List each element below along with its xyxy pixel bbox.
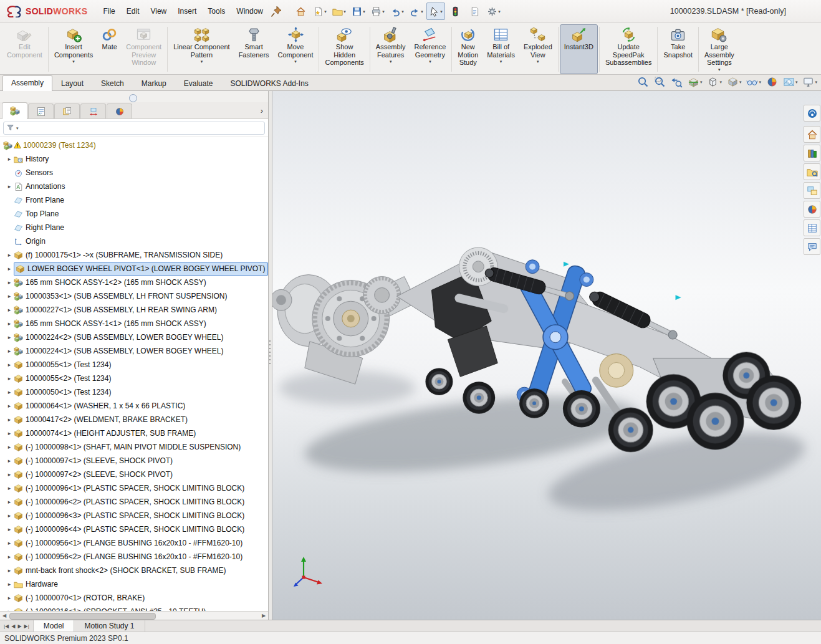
open-button[interactable]: ▾ xyxy=(330,2,348,20)
dropdown-arrow-icon[interactable]: ▾ xyxy=(72,59,75,64)
panel-tab-configurationmanager[interactable] xyxy=(54,103,80,118)
solidworks-resources-button[interactable] xyxy=(804,126,820,143)
dropdown-arrow-icon[interactable]: ▾ xyxy=(815,80,817,84)
print-button[interactable]: ▾ xyxy=(368,2,387,20)
dropdown-arrow-icon[interactable]: ▾ xyxy=(324,9,327,14)
rebuild-button[interactable] xyxy=(446,2,464,20)
expand-arrow-icon[interactable]: ▸ xyxy=(5,320,14,327)
expand-arrow-icon[interactable]: ▸ xyxy=(5,334,14,340)
move-component-button[interactable]: Move Component▾ xyxy=(274,24,318,74)
instant3d-button[interactable]: Instant3D xyxy=(560,24,598,74)
tree-filter-input[interactable]: ▾ xyxy=(3,122,265,135)
show-hidden-components-button[interactable]: Show Hidden Components xyxy=(320,24,368,74)
tree-root-item[interactable]: 10000239 (Test 1234) xyxy=(0,138,268,152)
tree-item[interactable]: ▸Annotations xyxy=(0,180,268,193)
design-library-button[interactable] xyxy=(804,145,820,161)
mate-button[interactable]: Mate xyxy=(97,24,122,74)
panel-expand-icon[interactable]: › xyxy=(261,106,263,115)
dropdown-arrow-icon[interactable]: ▾ xyxy=(537,59,539,64)
select-button[interactable]: ▾ xyxy=(426,2,445,20)
tab-layout[interactable]: Layout xyxy=(52,76,92,90)
tree-item[interactable]: ▸(-) 10000096<2> (PLASTIC SPACER, SHOCK … xyxy=(0,495,268,509)
expand-arrow-icon[interactable]: ▸ xyxy=(5,430,14,436)
expand-arrow-icon[interactable]: ▸ xyxy=(5,444,14,450)
menu-file[interactable]: File xyxy=(97,4,120,18)
tab-markup[interactable]: Markup xyxy=(133,76,175,90)
dropdown-arrow-icon[interactable]: ▾ xyxy=(498,9,501,14)
expand-arrow-icon[interactable]: ▸ xyxy=(5,471,14,478)
menu-edit[interactable]: Edit xyxy=(121,4,145,18)
expand-arrow-icon[interactable]: ▸ xyxy=(5,307,14,313)
tree-item[interactable]: ▸(f) 10000175<1> ->x (SUBFRAME, TRANSMIS… xyxy=(0,248,268,262)
zoom-fit-button[interactable] xyxy=(636,75,650,89)
new-document-button[interactable]: ▾ xyxy=(310,2,329,20)
tree-item[interactable]: ▸(-) 10000956<1> (FLANGE BUSHING 16x20x1… xyxy=(0,536,268,550)
view-settings-button[interactable]: ▾ xyxy=(801,75,819,89)
scrollbar-thumb[interactable] xyxy=(9,613,156,620)
dropdown-arrow-icon[interactable]: ▾ xyxy=(500,59,502,64)
scroll-left-icon[interactable]: ◀ xyxy=(0,613,9,618)
dropdown-arrow-icon[interactable]: ▾ xyxy=(700,80,703,84)
display-style-button[interactable]: ▾ xyxy=(726,75,743,89)
tree-item[interactable]: ▸(-) 10000956<2> (FLANGE BUSHING 16x20x1… xyxy=(0,550,268,564)
menu-view[interactable]: View xyxy=(145,4,172,18)
expand-arrow-icon[interactable]: ▸ xyxy=(5,389,14,395)
undo-button[interactable]: ▾ xyxy=(388,2,406,20)
3dexperience-button[interactable] xyxy=(804,105,820,122)
expand-arrow-icon[interactable]: ▸ xyxy=(5,554,14,560)
expand-arrow-icon[interactable]: ▸ xyxy=(5,279,14,286)
dropdown-arrow-icon[interactable]: ▾ xyxy=(795,80,798,84)
expand-arrow-icon[interactable]: ▸ xyxy=(5,595,14,601)
tree-item[interactable]: ▸10000417<2> (WELDMENT, BRAKE BRACKET) xyxy=(0,413,268,426)
file-properties-button[interactable] xyxy=(465,2,484,20)
tree-item[interactable]: ▸mnt-back front shock<2> (SHOCK BRACKET,… xyxy=(0,564,268,577)
last-tab-icon[interactable]: ▶| xyxy=(24,623,29,629)
panel-collapse-handle[interactable] xyxy=(129,94,137,102)
scroll-right-icon[interactable]: ▶ xyxy=(259,613,268,618)
update-speedpak-subassemblies-button[interactable]: Update SpeedPak Subassemblies xyxy=(601,24,656,74)
tree-item[interactable]: ▸10000055<1> (Test 1234) xyxy=(0,358,268,372)
panel-tab-dimxpertmanager[interactable] xyxy=(80,103,106,118)
tab-solidworks-add-ins[interactable]: SOLIDWORKS Add-Ins xyxy=(221,76,317,90)
dropdown-arrow-icon[interactable]: ▾ xyxy=(363,9,365,14)
first-tab-icon[interactable]: |◀ xyxy=(4,623,9,629)
new-motion-study-button[interactable]: New Motion Study xyxy=(453,24,483,74)
dropdown-arrow-icon[interactable]: ▾ xyxy=(718,67,721,72)
dropdown-arrow-icon[interactable]: ▾ xyxy=(294,59,297,64)
tree-item[interactable]: ▸10000074<1> (HEIGHT ADJUSTER, SUB FRAME… xyxy=(0,426,268,440)
tree-item[interactable]: ▸Hardware xyxy=(0,577,268,591)
solidworks-forum-button[interactable] xyxy=(804,238,820,255)
panel-tab-featuremanager-design-tree[interactable] xyxy=(2,102,27,119)
expand-arrow-icon[interactable]: ▸ xyxy=(5,416,14,423)
expand-arrow-icon[interactable]: ▸ xyxy=(5,293,14,299)
zoom-to-area-button[interactable] xyxy=(653,75,667,89)
expand-arrow-icon[interactable]: ▸ xyxy=(5,458,14,464)
tree-item[interactable]: ▸165 mm SHOCK ASSY-1<2> (165 mm SHOCK AS… xyxy=(0,276,268,289)
expand-arrow-icon[interactable]: ▸ xyxy=(5,567,14,574)
tree-item[interactable]: Front Plane xyxy=(0,193,268,207)
expand-arrow-icon[interactable]: ▸ xyxy=(5,362,14,368)
panel-splitter[interactable] xyxy=(268,91,272,620)
dropdown-arrow-icon[interactable]: ▾ xyxy=(429,59,431,64)
viewport-3d[interactable] xyxy=(272,91,821,620)
expand-arrow-icon[interactable]: ▸ xyxy=(5,183,14,190)
tree-item[interactable]: ▸10000050<1> (Test 1234) xyxy=(0,385,268,399)
dropdown-arrow-icon[interactable]: ▾ xyxy=(343,9,346,14)
assembly-features-button[interactable]: Assembly Features▾ xyxy=(372,24,410,74)
hide-show-items-button[interactable]: ▾ xyxy=(745,75,762,89)
expand-arrow-icon[interactable]: ▸ xyxy=(5,512,14,519)
expand-arrow-icon[interactable]: ▸ xyxy=(5,499,14,505)
tree-item[interactable]: ▸(-) 10000096<3> (PLASTIC SPACER, SHOCK … xyxy=(0,509,268,522)
tree-item[interactable]: ▸10000227<1> (SUB ASSEMBLY, LH REAR SWIN… xyxy=(0,303,268,317)
save-button[interactable]: ▾ xyxy=(349,2,368,20)
tree-item[interactable]: ▸(-) 10000097<2> (SLEEVE, SHOCK PIVOT) xyxy=(0,468,268,481)
expand-arrow-icon[interactable]: ▸ xyxy=(5,526,14,532)
expand-arrow-icon[interactable]: ▸ xyxy=(5,485,14,491)
expand-arrow-icon[interactable]: ▸ xyxy=(5,403,14,409)
tree-item[interactable]: ▸History xyxy=(0,152,268,166)
next-tab-icon[interactable]: ▶ xyxy=(17,623,21,629)
insert-components-button[interactable]: Insert Components▾ xyxy=(50,24,97,74)
tree-item[interactable]: ▸165 mm SHOCK ASSY-1<1> (165 mm SHOCK AS… xyxy=(0,317,268,330)
view-orientation-button[interactable]: ▾ xyxy=(706,75,723,89)
tree-item[interactable]: ▸10000224<1> (SUB ASSEMBLY, LOWER BOGEY … xyxy=(0,344,268,358)
